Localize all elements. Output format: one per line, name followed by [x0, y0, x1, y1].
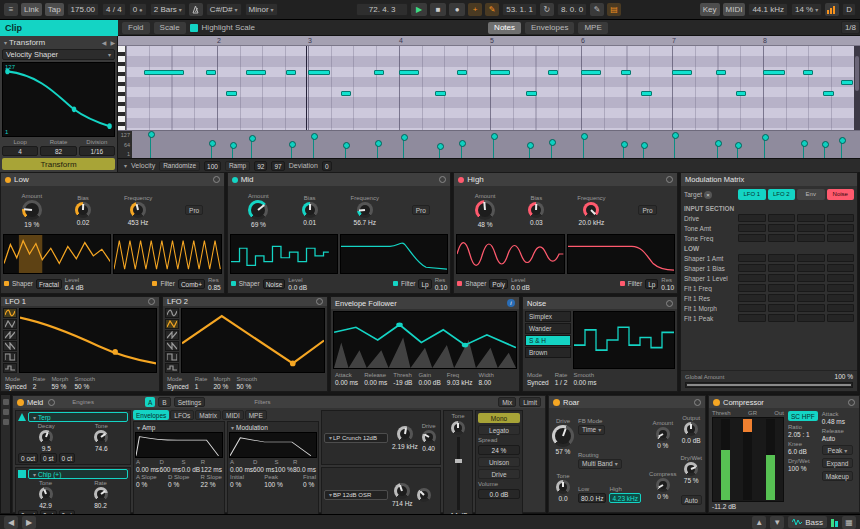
velocity-markers[interactable]	[132, 131, 854, 158]
midi-note[interactable]	[526, 91, 536, 96]
release-value[interactable]: Auto	[822, 435, 835, 442]
matrix-cell[interactable]	[738, 224, 766, 232]
matrix-cell[interactable]	[738, 264, 766, 272]
play-button[interactable]: ▶	[411, 3, 427, 16]
loop-length-field[interactable]: 8. 0. 0	[557, 3, 587, 16]
amount-knob[interactable]	[22, 200, 42, 220]
velocity-marker[interactable]	[493, 137, 494, 158]
velocity-marker[interactable]	[551, 143, 552, 158]
matrix-cell[interactable]	[797, 224, 825, 232]
knee-value[interactable]: 6.0 dB	[788, 448, 807, 455]
noise-type-brown[interactable]: Brown	[525, 347, 571, 358]
attack-value[interactable]: 0.00 ms	[335, 379, 358, 386]
tab-mpe[interactable]: MPE	[578, 22, 607, 34]
low-crossover-value[interactable]: 80.0 Hz	[578, 493, 606, 503]
shaper-type-selector[interactable]: Noise	[263, 279, 286, 289]
loop-switch-icon[interactable]: ↻	[540, 3, 554, 16]
final-value[interactable]: 0 %	[303, 481, 314, 488]
clip-panel-title[interactable]: Clip	[0, 20, 118, 36]
midi-note[interactable]	[841, 80, 853, 85]
computer-midi-keyboard-icon[interactable]: ▤	[607, 3, 621, 16]
midi-note[interactable]	[206, 70, 216, 75]
velocity-marker[interactable]	[150, 135, 151, 158]
tone-knob[interactable]	[39, 487, 53, 501]
release-value[interactable]: 0.00 ms	[364, 379, 387, 386]
filter-volume-slider[interactable]	[457, 437, 460, 510]
mixer-icon[interactable]	[3, 419, 9, 425]
midi-note[interactable]	[341, 91, 351, 96]
oct-value[interactable]: 0 oct	[18, 453, 38, 463]
vertical-scrollbar[interactable]	[854, 46, 860, 130]
velocity-marker[interactable]	[232, 146, 233, 158]
device-title[interactable]: Roar	[563, 398, 579, 407]
shaper-display[interactable]	[3, 234, 111, 274]
tab-envelopes[interactable]: Envelopes	[525, 22, 574, 34]
amp-d-value[interactable]: 600 ms	[160, 466, 181, 473]
mode-selector[interactable]: Synced	[167, 383, 189, 390]
hot-swap-icon[interactable]	[48, 399, 55, 406]
envelope-follower-header[interactable]: Envelope Followeri	[331, 297, 519, 309]
morph-value[interactable]: 20 %	[213, 383, 228, 390]
transform-tool-selector[interactable]: Velocity Shaper▾	[2, 49, 115, 60]
shaper-display[interactable]	[456, 234, 564, 274]
panel-options-icon[interactable]	[148, 298, 155, 305]
velocity-marker[interactable]	[764, 138, 765, 158]
frequency-knob[interactable]	[130, 202, 146, 218]
drive-knob[interactable]	[552, 425, 574, 447]
mono-button[interactable]: Mono	[478, 413, 520, 423]
envelope-follower-display[interactable]	[333, 311, 517, 369]
tone-knob[interactable]	[94, 430, 108, 444]
rate-value[interactable]: 2	[33, 383, 37, 390]
filter-enable-checkbox[interactable]	[152, 281, 157, 286]
chevron-down-icon[interactable]: ▾	[124, 162, 127, 169]
band-options-icon[interactable]	[213, 176, 220, 183]
close-icon[interactable]: ×	[704, 191, 712, 199]
loop-start-field[interactable]: 53. 1. 1	[502, 3, 537, 16]
noise-type-sh[interactable]: S & H	[525, 335, 571, 346]
midi-note[interactable]	[803, 70, 813, 75]
matrix-cell[interactable]	[738, 294, 766, 302]
matrix-cell[interactable]	[738, 254, 766, 262]
source-env-tab[interactable]: Env	[797, 189, 825, 200]
square-wave-icon[interactable]	[3, 352, 17, 362]
arrangement-record-button[interactable]: ●	[449, 3, 465, 16]
filter-1-drive-knob[interactable]	[422, 430, 436, 444]
rate-value[interactable]: 1	[195, 383, 199, 390]
panel-options-icon[interactable]	[316, 298, 323, 305]
chevron-down-icon[interactable]: ▾	[137, 424, 140, 431]
matrix-cell[interactable]	[768, 214, 796, 222]
output-knob[interactable]	[684, 422, 698, 436]
deviation-value[interactable]: 0	[322, 161, 332, 171]
arrow-up-icon[interactable]: ▲	[752, 516, 766, 529]
midi-note[interactable]	[823, 91, 833, 96]
session-record-icon[interactable]: +	[468, 3, 482, 16]
saw-wave-icon[interactable]	[165, 330, 179, 340]
panel-options-icon[interactable]	[666, 300, 673, 307]
shaper-type-selector[interactable]: Fractal	[36, 279, 62, 289]
limit-button[interactable]: Limit	[519, 397, 541, 407]
matrix-cell[interactable]	[768, 304, 796, 312]
transform-apply-button[interactable]: Transform	[2, 158, 115, 170]
sine-wave-icon[interactable]	[3, 308, 17, 318]
band-high-header[interactable]: High	[454, 173, 677, 186]
matrix-cell[interactable]	[827, 304, 855, 312]
drive-button[interactable]: Drive	[478, 469, 520, 479]
smooth-value[interactable]: 50 %	[236, 383, 251, 390]
filter-1-freq-knob[interactable]	[397, 426, 413, 442]
ramp-button[interactable]: Ramp	[225, 161, 250, 171]
matrix-cell[interactable]	[768, 254, 796, 262]
r-slope-value[interactable]: 22 %	[201, 481, 216, 488]
lfo2-display[interactable]	[181, 308, 325, 373]
shaper-type-selector[interactable]: Poly	[489, 279, 508, 289]
tone-knob[interactable]	[556, 480, 570, 494]
high-crossover-value[interactable]: 4.23 kHz	[609, 493, 641, 503]
matrix-cell[interactable]	[797, 304, 825, 312]
decay-knob[interactable]	[39, 430, 53, 444]
metronome-icon[interactable]	[189, 3, 203, 16]
velocity-marker[interactable]	[824, 145, 825, 158]
device-on-button[interactable]	[553, 399, 560, 406]
midi-note[interactable]	[736, 91, 746, 96]
filter-type-selector[interactable]: Comb+	[178, 279, 205, 289]
effect-icon[interactable]	[3, 409, 9, 415]
matrix-cell[interactable]	[827, 264, 855, 272]
